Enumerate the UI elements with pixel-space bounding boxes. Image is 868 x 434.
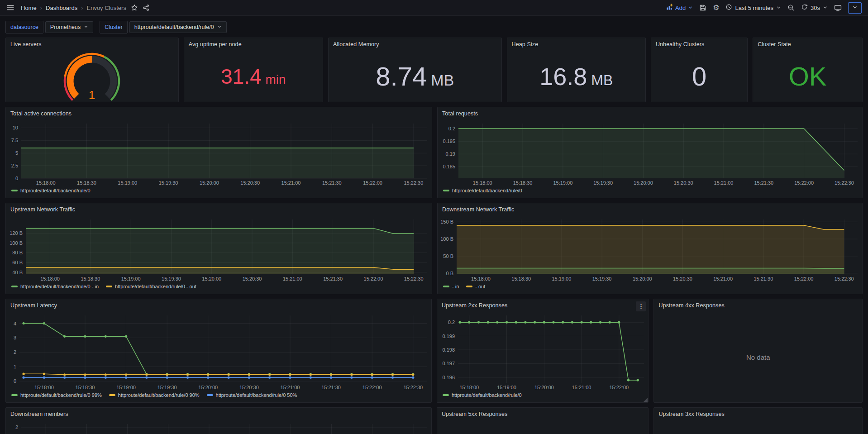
stat-value: 8.74 <box>376 63 427 90</box>
breadcrumb-separator: › <box>81 5 83 11</box>
svg-text:15:18:00: 15:18:00 <box>459 385 479 390</box>
legend-item[interactable]: httproute/default/backend/rule/0 <box>443 188 522 193</box>
panel-title[interactable]: Total active connections <box>10 110 72 117</box>
legend-series-mark <box>11 394 18 396</box>
panel-upstream-4xx-responses: Upstream 4xx Responses No data <box>653 299 863 403</box>
monitor-icon <box>834 4 842 12</box>
svg-text:15:20:00: 15:20:00 <box>202 276 221 281</box>
svg-text:15:18:30: 15:18:30 <box>81 276 100 281</box>
svg-text:7.5: 7.5 <box>11 138 18 143</box>
cluster-picker[interactable]: httproute/default/backend/rule/0 <box>129 21 227 33</box>
panel-heap-size: Heap Size 16.8 MB <box>507 38 646 102</box>
datasource-label: datasource <box>5 21 43 33</box>
breadcrumb: Home › Dashboards › Envoy Clusters <box>21 5 126 11</box>
panel-title[interactable]: Heap Size <box>512 41 539 48</box>
panel-title[interactable]: Downstream Network Traffic <box>442 206 514 213</box>
time-series-chart[interactable] <box>654 420 862 434</box>
svg-text:15:22:30: 15:22:30 <box>403 385 423 390</box>
legend-item[interactable]: httproute/default/backend/rule/0 - out <box>106 284 196 289</box>
collapse-nav-button[interactable] <box>848 2 862 14</box>
svg-text:15:19:30: 15:19:30 <box>593 180 613 186</box>
legend-item[interactable]: httproute/default/backend/rule/0 90% <box>109 392 200 398</box>
svg-text:50 B: 50 B <box>443 253 453 259</box>
svg-text:15:20:30: 15:20:30 <box>243 276 262 281</box>
legend-item[interactable]: httproute/default/backend/rule/0 <box>11 188 91 193</box>
time-series-chart[interactable] <box>437 420 649 434</box>
time-series-chart[interactable]: 15:18:0015:18:3015:19:0015:19:3015:20:00… <box>6 312 431 392</box>
favorite-star-button[interactable] <box>131 2 138 14</box>
svg-text:15:19:00: 15:19:00 <box>553 180 572 186</box>
svg-text:0.2: 0.2 <box>448 126 455 131</box>
legend-item[interactable]: httproute/default/backend/rule/0 50% <box>207 392 297 398</box>
legend-item[interactable]: - out <box>466 284 485 289</box>
stat-value: 16.8 <box>539 64 587 89</box>
svg-text:15:21:30: 15:21:30 <box>754 276 773 281</box>
svg-text:15:20:00: 15:20:00 <box>198 385 218 390</box>
no-data-chart[interactable]: No data <box>654 312 862 402</box>
svg-text:15:22:30: 15:22:30 <box>404 180 423 186</box>
panel-title[interactable]: Upstream 5xx Responses <box>442 411 507 417</box>
time-series-chart[interactable]: 15:18:0015:18:3015:19:0015:19:3015:20:00… <box>438 120 862 187</box>
gear-icon: ⚙ <box>713 4 719 11</box>
breadcrumb-home[interactable]: Home <box>21 5 37 11</box>
svg-text:15:21:00: 15:21:00 <box>713 276 733 281</box>
legend-item[interactable]: - in <box>443 284 459 289</box>
panel-live-servers: Live servers 1 <box>5 38 179 102</box>
save-dashboard-button[interactable] <box>699 2 706 14</box>
share-button[interactable] <box>143 2 150 14</box>
svg-text:15:19:00: 15:19:00 <box>552 276 571 281</box>
kiosk-mode-button[interactable] <box>834 2 842 14</box>
panel-title[interactable]: Downstream members <box>10 411 68 417</box>
svg-text:15:19:30: 15:19:30 <box>162 276 181 281</box>
legend-item[interactable]: httproute/default/backend/rule/0 99% <box>11 392 102 398</box>
panel-title[interactable]: Avg uptime per node <box>189 41 242 48</box>
svg-text:0.196: 0.196 <box>442 375 455 380</box>
cluster-variable: Cluster httproute/default/backend/rule/0 <box>100 21 226 33</box>
zoom-out-time-button[interactable] <box>787 2 795 14</box>
time-series-chart[interactable]: 15:18:0015:19:0015:20:0015:21:0015:22:00… <box>437 312 649 392</box>
svg-text:15:22:00: 15:22:00 <box>362 385 382 390</box>
time-range-picker[interactable]: Last 5 minutes <box>725 4 781 12</box>
panel-title[interactable]: Total requests <box>442 110 478 117</box>
add-chart-icon <box>666 4 673 12</box>
time-series-chart[interactable]: 2 <box>6 420 431 434</box>
panel-resize-handle[interactable] <box>644 398 648 402</box>
svg-text:1: 1 <box>14 364 16 369</box>
svg-text:5: 5 <box>15 150 18 156</box>
hamburger-icon <box>6 4 14 12</box>
svg-text:0.19: 0.19 <box>446 151 455 157</box>
menu-toggle-button[interactable] <box>6 2 14 14</box>
svg-text:15:19:30: 15:19:30 <box>159 180 178 186</box>
dashboard-settings-button[interactable]: ⚙ <box>713 2 719 14</box>
panel-title[interactable]: Allocated Memory <box>333 41 379 48</box>
panel-title[interactable]: Upstream Latency <box>10 302 57 309</box>
svg-text:15:21:00: 15:21:00 <box>281 385 300 390</box>
no-data-text: No data <box>654 312 862 402</box>
add-panel-button[interactable]: Add <box>666 4 693 12</box>
panel-title[interactable]: Upstream 4xx Responses <box>658 302 724 309</box>
svg-text:15:21:00: 15:21:00 <box>283 276 302 281</box>
datasource-picker[interactable]: Prometheus <box>45 21 93 33</box>
svg-text:15:19:30: 15:19:30 <box>592 276 612 281</box>
panel-title[interactable]: Live servers <box>10 41 42 48</box>
panel-title[interactable]: Upstream Network Traffic <box>10 206 75 213</box>
panel-title[interactable]: Cluster State <box>758 41 791 48</box>
legend-item[interactable]: httproute/default/backend/rule/0 <box>443 392 522 398</box>
panel-title[interactable]: Upstream 2xx Responses <box>442 302 507 309</box>
svg-text:15:18:00: 15:18:00 <box>36 180 56 186</box>
svg-text:15:19:00: 15:19:00 <box>121 276 141 281</box>
panel-title[interactable]: Upstream 3xx Responses <box>658 411 724 417</box>
panel-title[interactable]: Unhealthy Clusters <box>656 41 704 48</box>
zoom-out-icon <box>787 4 795 11</box>
breadcrumb-dashboards[interactable]: Dashboards <box>46 5 77 11</box>
svg-text:60 B: 60 B <box>12 260 23 265</box>
share-icon <box>143 4 150 11</box>
legend-item[interactable]: httproute/default/backend/rule/0 - in <box>11 284 99 289</box>
panel-total-active-connections: Total active connections 15:18:0015:18:3… <box>5 107 432 198</box>
panel-menu-button[interactable]: ⋮ <box>636 301 646 311</box>
time-series-chart[interactable]: 15:18:0015:18:3015:19:0015:19:3015:20:00… <box>438 216 862 283</box>
time-series-chart[interactable]: 15:18:0015:18:3015:19:0015:19:3015:20:00… <box>6 216 432 283</box>
svg-text:15:20:30: 15:20:30 <box>240 180 260 186</box>
refresh-button[interactable]: 30s <box>801 4 828 12</box>
time-series-chart[interactable]: 15:18:0015:18:3015:19:0015:19:3015:20:00… <box>6 120 432 187</box>
